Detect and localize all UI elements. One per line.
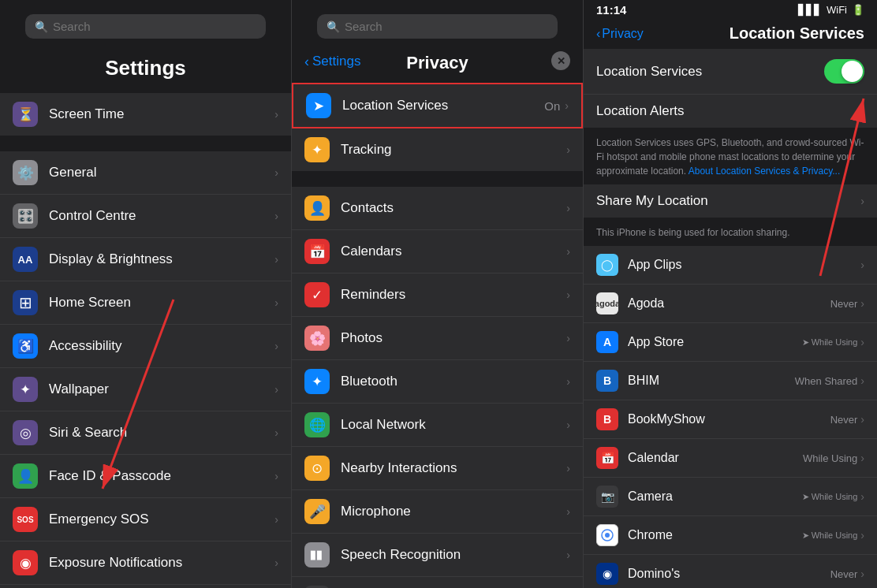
right-dominos[interactable]: ◉ Domino's Never › bbox=[584, 555, 877, 588]
list-item-face-id[interactable]: 👤 Face ID & Passcode › bbox=[0, 455, 291, 498]
bluetooth-icon: ✦ bbox=[304, 369, 330, 394]
right-chrome[interactable]: Chrome ➤ While Using › bbox=[584, 516, 877, 555]
status-time: 11:14 bbox=[596, 3, 626, 17]
tracking-label: Tracking bbox=[341, 142, 566, 158]
list-item-home-screen[interactable]: ⊞ Home Screen › bbox=[0, 281, 291, 325]
general-icon: ⚙️ bbox=[13, 160, 38, 185]
mid-search-input[interactable] bbox=[345, 20, 548, 33]
right-back-button[interactable]: ‹ Privacy bbox=[596, 27, 644, 41]
location-description: Location Services uses GPS, Bluetooth, a… bbox=[584, 129, 877, 184]
description-link[interactable]: About Location Services & Privacy... bbox=[689, 166, 841, 177]
toggle-knob bbox=[842, 61, 863, 82]
face-id-icon: 👤 bbox=[13, 463, 38, 489]
list-item-nearby-interactions[interactable]: ⊙ Nearby Interactions › bbox=[292, 447, 583, 490]
bhim-label: BHIM bbox=[628, 374, 795, 388]
signal-icon: ▋▋▋ bbox=[798, 4, 822, 16]
list-item-microphone[interactable]: 🎤 Microphone › bbox=[292, 490, 583, 534]
calendar-right-label: Calendar bbox=[628, 451, 803, 465]
calendars-icon: 📅 bbox=[304, 239, 330, 264]
list-item-camera-mid[interactable]: 📷 Camera › bbox=[292, 577, 583, 588]
calendars-label: Calendars bbox=[341, 244, 566, 259]
list-item-local-network[interactable]: 🌐 Local Network › bbox=[292, 404, 583, 447]
accessibility-icon: ♿ bbox=[13, 333, 38, 359]
location-services-toggle[interactable] bbox=[824, 59, 864, 84]
list-item-control-centre[interactable]: 🎛️ Control Centre › bbox=[0, 195, 291, 238]
mid-back-label[interactable]: Settings bbox=[312, 54, 360, 69]
battery-status-icon: 🔋 bbox=[852, 4, 864, 16]
right-app-clips[interactable]: ◯ App Clips › bbox=[584, 246, 877, 285]
mid-panel-title: Privacy bbox=[406, 53, 468, 73]
mid-search-bar[interactable]: 🔍 bbox=[317, 14, 558, 39]
list-item-tracking[interactable]: ✦ Tracking › bbox=[292, 128, 583, 171]
list-item-battery[interactable]: 🔋 Battery › bbox=[0, 585, 291, 588]
speech-icon: ▊▊ bbox=[304, 542, 330, 568]
list-item-contacts[interactable]: 👤 Contacts › bbox=[292, 187, 583, 230]
dominos-label: Domino's bbox=[628, 567, 830, 581]
agoda-label: Agoda bbox=[628, 296, 830, 311]
speech-label: Speech Recognition bbox=[341, 547, 566, 563]
agoda-icon: agoda bbox=[596, 292, 618, 314]
exposure-label: Exposure Notifications bbox=[49, 555, 274, 571]
display-label: Display & Brightness bbox=[49, 251, 274, 267]
bluetooth-label: Bluetooth bbox=[341, 374, 566, 389]
location-alerts-row[interactable]: Location Alerts › bbox=[584, 95, 877, 128]
list-item-bluetooth[interactable]: ✦ Bluetooth › bbox=[292, 360, 583, 404]
mid-header: 🔍 ‹ Settings Privacy ✕ bbox=[292, 0, 583, 83]
list-item-speech[interactable]: ▊▊ Speech Recognition › bbox=[292, 534, 583, 577]
exposure-icon: ◉ bbox=[13, 550, 38, 575]
location-services-value: On bbox=[544, 99, 560, 113]
dominos-value: Never bbox=[830, 568, 858, 580]
wallpaper-icon: ✦ bbox=[13, 377, 38, 402]
local-network-icon: 🌐 bbox=[304, 412, 330, 437]
bookmyshow-label: BookMyShow bbox=[628, 412, 830, 426]
reminders-label: Reminders bbox=[341, 287, 566, 303]
dominos-icon: ◉ bbox=[596, 563, 618, 585]
location-services-icon: ➤ bbox=[306, 93, 331, 118]
general-label: General bbox=[49, 165, 274, 180]
list-item-emergency-sos[interactable]: SOS Emergency SOS › bbox=[0, 498, 291, 541]
mid-panel: 🔍 ‹ Settings Privacy ✕ ➤ Location Servic… bbox=[292, 0, 584, 588]
list-item-exposure[interactable]: ◉ Exposure Notifications › bbox=[0, 541, 291, 585]
app-clips-icon: ◯ bbox=[596, 254, 618, 276]
photos-icon: 🌸 bbox=[304, 326, 330, 351]
location-services-toggle-label: Location Services bbox=[596, 64, 702, 80]
share-location-section: Share My Location › bbox=[584, 184, 877, 218]
mid-privacy-list: 👤 Contacts › 📅 Calendars › ✓ Reminders ›… bbox=[292, 187, 583, 588]
right-bookmyshow[interactable]: B BookMyShow Never › bbox=[584, 400, 877, 439]
list-item-siri[interactable]: ◎ Siri & Search › bbox=[0, 411, 291, 455]
right-agoda[interactable]: agoda Agoda Never › bbox=[584, 285, 877, 323]
calendar-right-value: While Using bbox=[803, 452, 857, 464]
left-header: 🔍 Settings bbox=[0, 0, 291, 93]
left-main-list: ⏳ Screen Time › bbox=[0, 93, 291, 136]
bookmyshow-value: Never bbox=[830, 414, 858, 426]
left-search-bar[interactable]: 🔍 bbox=[25, 14, 266, 39]
list-item-reminders[interactable]: ✓ Reminders › bbox=[292, 274, 583, 317]
right-camera[interactable]: 📷 Camera ➤ While Using › bbox=[584, 478, 877, 516]
camera-right-value: ➤ While Using bbox=[802, 492, 858, 502]
list-item-display[interactable]: AA Display & Brightness › bbox=[0, 238, 291, 281]
list-item-accessibility[interactable]: ♿ Accessibility › bbox=[0, 325, 291, 368]
share-location-row[interactable]: Share My Location › bbox=[584, 184, 877, 218]
mid-close-button[interactable]: ✕ bbox=[551, 51, 570, 70]
right-app-store[interactable]: A App Store ➤ While Using › bbox=[584, 323, 877, 362]
share-location-label: Share My Location bbox=[596, 193, 860, 209]
list-item-wallpaper[interactable]: ✦ Wallpaper › bbox=[0, 368, 291, 411]
list-item-photos[interactable]: 🌸 Photos › bbox=[292, 317, 583, 360]
list-item-location-services[interactable]: ➤ Location Services On › bbox=[292, 83, 583, 128]
right-apps-list: ◯ App Clips › agoda Agoda Never › A App … bbox=[584, 246, 877, 588]
left-search-input[interactable] bbox=[53, 20, 256, 33]
list-item-screen-time[interactable]: ⏳ Screen Time › bbox=[0, 93, 291, 136]
face-id-label: Face ID & Passcode bbox=[49, 468, 274, 484]
location-alerts-label: Location Alerts bbox=[596, 103, 860, 119]
right-calendar[interactable]: 📅 Calendar While Using › bbox=[584, 439, 877, 478]
chrome-icon bbox=[596, 524, 618, 546]
list-item-general[interactable]: ⚙️ General › bbox=[0, 151, 291, 195]
microphone-label: Microphone bbox=[341, 504, 566, 519]
screen-time-label: Screen Time bbox=[49, 106, 274, 122]
list-item-calendars[interactable]: 📅 Calendars › bbox=[292, 230, 583, 274]
back-arrow-icon: ‹ bbox=[304, 54, 309, 70]
bhim-value: When Shared bbox=[795, 375, 858, 387]
control-centre-icon: 🎛️ bbox=[13, 203, 38, 229]
right-bhim[interactable]: B BHIM When Shared › bbox=[584, 362, 877, 400]
nearby-interactions-icon: ⊙ bbox=[304, 456, 330, 481]
